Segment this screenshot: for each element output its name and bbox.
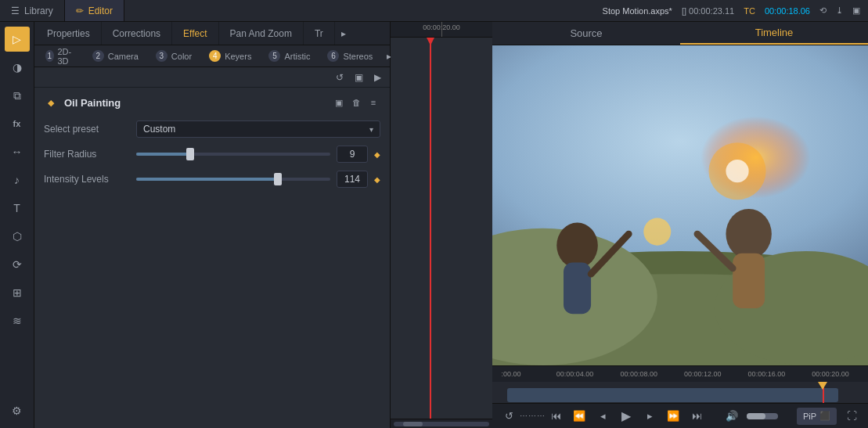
effect-header-actions: ▣ 🗑 ≡: [332, 95, 380, 110]
tab-effect[interactable]: Effect: [172, 22, 218, 45]
playhead-bottom: [823, 382, 824, 403]
sub-tab-bar: 1 2D-3D 2 Camera 3 Color 4 Keyers 5 Arti…: [34, 45, 390, 67]
play-pause-btn[interactable]: ▶: [618, 408, 635, 425]
step-back-btn[interactable]: ◂: [594, 408, 611, 425]
library-tab[interactable]: ☰ Library: [0, 0, 65, 21]
sidebar-icon-audio[interactable]: ≋: [5, 308, 30, 333]
transport-bar: ↺ ⋯⋯⋯ ⏮ ⏪ ◂ ▶ ▸ ⏩ ⏭ 🔊 PiP ⬛ ⛶: [492, 403, 868, 428]
reset-btn[interactable]: ↺: [332, 70, 348, 85]
video-preview: [492, 45, 868, 365]
subtab-color[interactable]: 3 Color: [148, 48, 200, 65]
subtab-num-1: 1: [45, 50, 54, 62]
keyframe-diamond-icon[interactable]: ◆: [44, 95, 58, 110]
sidebar-icon-motion[interactable]: ⟳: [5, 252, 30, 277]
timecode1: 00:00:23.11: [689, 6, 734, 16]
sidebar-icon-grid[interactable]: ⊞: [5, 280, 30, 305]
intensity-levels-row: Intensity Levels 114 ◆: [44, 171, 380, 188]
main-layout: ▷ ◑ ⧉ fx ↔ ♪ T ⬡ ⟳ ⊞ ≋ ⚙ Properties Corr…: [0, 22, 868, 428]
sidebar-icon-stamp[interactable]: ⬡: [5, 224, 30, 249]
preset-label: Select preset: [44, 124, 130, 135]
sidebar-icon-layers[interactable]: ⧉: [5, 83, 30, 108]
ruler-tick-mark: [441, 22, 442, 37]
sidebar-icon-settings[interactable]: ⚙: [5, 398, 30, 423]
subtab-artistic[interactable]: 5 Artistic: [261, 48, 318, 65]
editor-icon: ✏: [76, 5, 84, 16]
tab-corrections[interactable]: Corrections: [102, 22, 172, 45]
ruler-time-3: 00:00:12.00: [684, 370, 722, 378]
preset-arrow-icon: ▾: [369, 125, 373, 134]
filter-radius-slider[interactable]: [136, 153, 330, 156]
sidebar-icon-color[interactable]: ◑: [5, 55, 30, 80]
timeline-marks-btn[interactable]: ⋯⋯⋯: [524, 408, 541, 425]
ruler-time-4: 00:00:16.00: [748, 370, 786, 378]
volume-slider[interactable]: [747, 413, 778, 419]
effect-content: ◆ Oil Painting ▣ 🗑 ≡ Select preset Custo…: [34, 88, 390, 428]
intensity-levels-thumb[interactable]: [274, 173, 282, 185]
thumbnail-btn[interactable]: ▣: [351, 70, 366, 85]
intensity-levels-slider[interactable]: [136, 178, 330, 181]
editor-tab[interactable]: ✏ Editor: [65, 0, 124, 21]
subtab-keyers[interactable]: 4 Keyers: [201, 48, 259, 65]
tab-tr[interactable]: Tr: [304, 22, 335, 45]
bottom-ruler: :00.00 00:00:04.00 00:00:08.00 00:00:12.…: [492, 366, 868, 382]
svg-rect-7: [564, 263, 591, 315]
subtab-2d3d[interactable]: 1 2D-3D: [38, 48, 83, 65]
timecode2: 00:00:18.06: [765, 6, 810, 16]
preset-select[interactable]: Custom ▾: [136, 120, 380, 138]
intensity-levels-keyframe-icon[interactable]: ◆: [374, 175, 380, 184]
track-area: [492, 382, 868, 403]
intensity-levels-label: Intensity Levels: [44, 174, 130, 185]
fullscreen-icon[interactable]: ▣: [852, 5, 860, 16]
filter-radius-keyframe-icon[interactable]: ◆: [374, 150, 380, 159]
download-icon[interactable]: ⤓: [836, 5, 843, 16]
subtab-camera[interactable]: 2 Camera: [85, 48, 146, 65]
editor-panel: Properties Corrections Effect Pan And Zo…: [34, 22, 391, 428]
tab-pan-zoom[interactable]: Pan And Zoom: [219, 22, 304, 45]
timeline-tab[interactable]: Timeline: [680, 22, 868, 45]
scrollbar-track[interactable]: [394, 422, 489, 426]
pip-button[interactable]: PiP ⬛: [797, 408, 837, 425]
filter-radius-thumb[interactable]: [186, 148, 194, 160]
playhead: [430, 38, 431, 419]
fullscreen-transport-icon[interactable]: ⛶: [843, 408, 860, 425]
preset-value: Custom: [143, 124, 175, 135]
volume-icon[interactable]: 🔊: [723, 408, 740, 425]
playhead-marker: [818, 382, 827, 390]
bottom-timeline: :00.00 00:00:04.00 00:00:08.00 00:00:12.…: [492, 365, 868, 428]
source-tab[interactable]: Source: [492, 22, 680, 45]
tc-bracket: []: [682, 6, 686, 16]
menu-effect-icon[interactable]: ≡: [366, 95, 380, 110]
sidebar-icon-music[interactable]: ♪: [5, 167, 30, 192]
timeline-area: [391, 38, 492, 419]
skip-start-btn[interactable]: ⏮: [547, 408, 564, 425]
library-tab-label: Library: [24, 5, 53, 16]
video-content: [492, 45, 868, 365]
timeline-scrollbar[interactable]: [391, 419, 492, 428]
export-icon[interactable]: ⟲: [819, 5, 827, 16]
filename: Stop Motion.axps*: [603, 6, 672, 16]
scrollbar-thumb[interactable]: [403, 422, 422, 426]
filter-radius-label: Filter Radius: [44, 149, 130, 160]
sidebar-icon-fx[interactable]: fx: [5, 111, 30, 136]
prev-frame-btn[interactable]: ⏪: [571, 408, 588, 425]
filter-radius-value[interactable]: 9: [337, 146, 368, 163]
pip-icon: ⬛: [819, 411, 830, 421]
play-btn[interactable]: ▶: [369, 70, 385, 85]
sidebar-icon-transitions[interactable]: ↔: [5, 139, 30, 164]
subtab-stereos[interactable]: 6 Stereos: [319, 48, 380, 65]
step-fwd-btn[interactable]: ▸: [641, 408, 658, 425]
next-frame-btn[interactable]: ⏩: [665, 408, 682, 425]
subtab-num-5: 5: [268, 50, 280, 62]
filter-radius-fill: [136, 153, 190, 156]
tab-properties[interactable]: Properties: [36, 22, 102, 45]
intensity-levels-value[interactable]: 114: [337, 171, 368, 188]
sidebar-icon-text[interactable]: T: [5, 196, 30, 221]
skip-end-btn[interactable]: ⏭: [688, 408, 705, 425]
tab-more-btn[interactable]: ▸: [335, 28, 352, 39]
delete-effect-icon[interactable]: 🗑: [349, 95, 363, 110]
replay-btn[interactable]: ↺: [500, 408, 517, 425]
sidebar-icon-media[interactable]: ▷: [5, 27, 30, 52]
thumbnail-small-icon[interactable]: ▣: [332, 95, 346, 110]
video-track: [507, 388, 837, 402]
video-bg: [492, 45, 868, 365]
